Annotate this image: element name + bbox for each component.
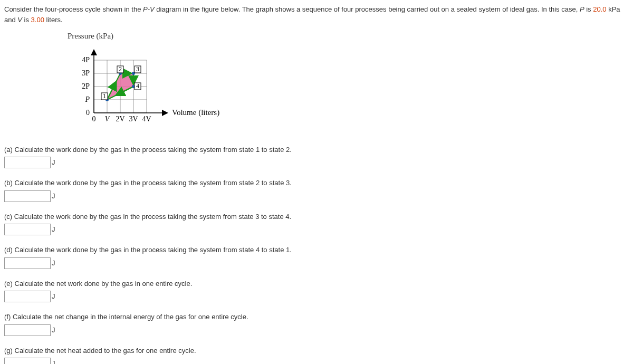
intro-text-5: is	[22, 16, 31, 24]
answer-a-input[interactable]	[4, 157, 51, 168]
ytick-3P: 3P	[82, 69, 90, 77]
unit-c: J	[52, 225, 55, 233]
p-symbol: P	[580, 5, 584, 13]
xtick-4V: 4V	[142, 115, 151, 123]
unit-a: J	[52, 158, 55, 166]
pv-symbol: P-V	[143, 5, 155, 13]
question-f: (f) Calculate the net change in the inte…	[4, 312, 629, 322]
question-d: (d) Calculate the work done by the gas i…	[4, 245, 629, 255]
unit-f: J	[52, 326, 55, 334]
xtick-3V: 3V	[129, 115, 138, 123]
answer-d-input[interactable]	[4, 257, 51, 269]
answer-g-input[interactable]	[4, 358, 51, 364]
answer-b-input[interactable]	[4, 190, 51, 202]
unit-e: J	[52, 292, 55, 300]
question-a: (a) Calculate the work done by the gas i…	[4, 145, 629, 155]
xtick-0: 0	[92, 115, 96, 123]
v-value: 3.00	[31, 16, 44, 24]
answer-e-input[interactable]	[4, 291, 51, 302]
answer-c-input[interactable]	[4, 224, 51, 235]
question-g: (g) Calculate the net heat added to the …	[4, 346, 629, 356]
point-3-label: 3	[136, 65, 139, 73]
ytick-P: P	[84, 95, 90, 103]
unit-d: J	[52, 259, 55, 267]
intro-text-6: liters.	[44, 16, 63, 24]
point-1-label: 1	[103, 92, 106, 100]
problem-intro: Consider the four-process cycle shown in…	[4, 4, 629, 25]
question-c: (c) Calculate the work done by the gas i…	[4, 212, 629, 222]
ytick-4P: 4P	[82, 56, 90, 64]
v-symbol: V	[17, 16, 22, 24]
pv-chart-svg: 4P 3P 2P P 0 0 V 2V 3V 4V Volume (liters…	[68, 44, 268, 134]
question-e: (e) Calculate the net work done by the g…	[4, 279, 629, 289]
intro-text-3: is	[584, 5, 593, 13]
point-2-label: 2	[119, 65, 122, 73]
point-4-label: 4	[136, 82, 139, 90]
pv-diagram: Pressure (kPa) 4P 3P	[68, 30, 629, 134]
answer-f-input[interactable]	[4, 324, 51, 336]
ytick-2P: 2P	[82, 82, 90, 90]
ytick-0: 0	[86, 109, 90, 117]
question-b: (b) Calculate the work done by the gas i…	[4, 178, 629, 188]
xtick-V: V	[105, 115, 110, 123]
p-value: 20.0	[593, 5, 606, 13]
intro-text-2: diagram in the figure below. The graph s…	[155, 5, 580, 13]
y-axis-title: Pressure (kPa)	[68, 30, 629, 42]
xtick-2V: 2V	[116, 115, 124, 123]
intro-text-1: Consider the four-process cycle shown in…	[4, 5, 143, 13]
unit-b: J	[52, 192, 55, 200]
unit-g: J	[52, 359, 55, 364]
x-axis-title: Volume (liters)	[172, 108, 219, 117]
